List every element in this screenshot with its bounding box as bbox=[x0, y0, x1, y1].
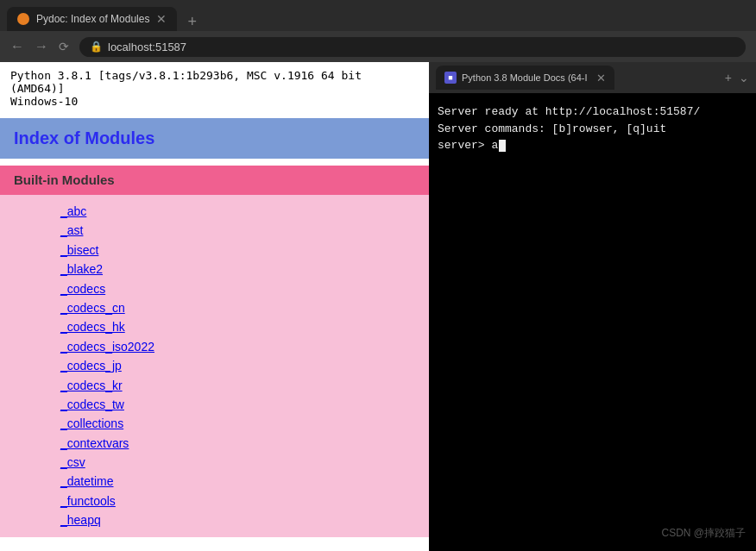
python-version-line1: Python 3.8.1 [tags/v3.8.1:1b293b6, MSC v… bbox=[10, 69, 419, 95]
python-version-line2: Windows-10 bbox=[10, 95, 419, 108]
content-area: Python 3.8.1 [tags/v3.8.1:1b293b6, MSC v… bbox=[0, 62, 756, 551]
module-link[interactable]: _heapq bbox=[60, 510, 429, 529]
terminal-tab-icon: ■ bbox=[444, 72, 457, 84]
module-list: _abc_ast_bisect_blake2_codecs_codecs_cn_… bbox=[0, 195, 429, 537]
url-text: localhost:51587 bbox=[108, 41, 186, 53]
terminal-line-2: Server commands: [b]rowser, [q]uit bbox=[438, 121, 747, 138]
section-title: Built-in Modules bbox=[14, 172, 115, 187]
url-bar[interactable]: 🔒 localhost:51587 bbox=[79, 37, 746, 57]
tab-favicon bbox=[17, 13, 29, 25]
module-link[interactable]: _codecs_kr bbox=[60, 376, 429, 395]
terminal-prompt-line: server> a bbox=[438, 137, 747, 154]
module-link[interactable]: _codecs_jp bbox=[60, 356, 429, 375]
module-link[interactable]: _ast bbox=[60, 221, 429, 240]
back-button[interactable]: ← bbox=[10, 39, 24, 54]
index-title-bar: Index of Modules bbox=[0, 118, 429, 159]
tab-title: Pydoc: Index of Modules bbox=[36, 13, 149, 25]
module-link[interactable]: _codecs bbox=[60, 279, 429, 298]
terminal-tab[interactable]: ■ Python 3.8 Module Docs (64-I ✕ bbox=[436, 66, 614, 90]
module-link[interactable]: _bisect bbox=[60, 241, 429, 260]
new-tab-terminal-button[interactable]: + bbox=[725, 71, 732, 85]
forward-button[interactable]: → bbox=[35, 39, 48, 54]
terminal-cursor bbox=[499, 140, 506, 152]
page-header: Python 3.8.1 [tags/v3.8.1:1b293b6, MSC v… bbox=[0, 62, 429, 115]
module-link[interactable]: _blake2 bbox=[60, 260, 429, 279]
terminal-prompt-text: server> a bbox=[438, 137, 498, 154]
reload-button[interactable]: ⟳ bbox=[59, 40, 69, 53]
module-link[interactable]: _functools bbox=[60, 492, 429, 510]
module-link[interactable]: _datetime bbox=[60, 472, 429, 491]
terminal-tab-title: Python 3.8 Module Docs (64-I bbox=[462, 72, 588, 83]
terminal-title-bar: ■ Python 3.8 Module Docs (64-I ✕ + ⌄ bbox=[429, 62, 756, 93]
section-header: Built-in Modules bbox=[0, 166, 429, 195]
terminal-content: Server ready at http://localhost:51587/ … bbox=[429, 93, 756, 551]
browser-content: Python 3.8.1 [tags/v3.8.1:1b293b6, MSC v… bbox=[0, 62, 429, 551]
new-tab-button[interactable]: + bbox=[180, 13, 204, 31]
address-bar: ← → ⟳ 🔒 localhost:51587 bbox=[0, 31, 756, 62]
watermark: CSDN @摔跤猫子 bbox=[661, 525, 746, 541]
module-link[interactable]: _collections bbox=[60, 414, 429, 433]
index-title: Index of Modules bbox=[14, 128, 154, 147]
lock-icon: 🔒 bbox=[90, 41, 103, 53]
browser-tab-1[interactable]: Pydoc: Index of Modules ✕ bbox=[7, 7, 177, 31]
module-link[interactable]: _codecs_tw bbox=[60, 395, 429, 414]
terminal-menu-button[interactable]: ⌄ bbox=[739, 71, 749, 85]
module-link[interactable]: _contextvars bbox=[60, 434, 429, 453]
terminal-line-1: Server ready at http://localhost:51587/ bbox=[438, 103, 747, 121]
tab-close-button[interactable]: ✕ bbox=[156, 12, 167, 26]
terminal-tab-close-button[interactable]: ✕ bbox=[596, 72, 606, 85]
terminal-actions: + ⌄ bbox=[725, 71, 749, 85]
module-link[interactable]: _codecs_cn bbox=[60, 298, 429, 317]
title-bar: Pydoc: Index of Modules ✕ + bbox=[0, 0, 756, 31]
terminal-pane: ■ Python 3.8 Module Docs (64-I ✕ + ⌄ Ser… bbox=[429, 62, 756, 551]
module-link[interactable]: _abc bbox=[60, 202, 429, 221]
tab-area: Pydoc: Index of Modules ✕ + bbox=[7, 0, 204, 31]
module-link[interactable]: _codecs_iso2022 bbox=[60, 337, 429, 356]
module-link[interactable]: _codecs_hk bbox=[60, 317, 429, 336]
module-link[interactable]: _csv bbox=[60, 453, 429, 472]
